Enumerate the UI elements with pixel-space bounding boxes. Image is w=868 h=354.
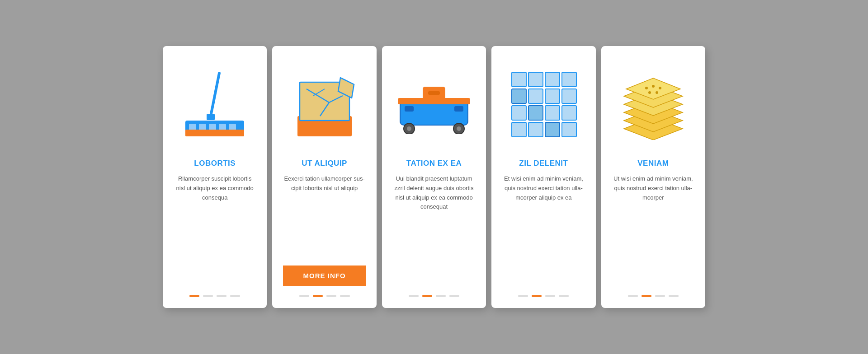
dot-4: [340, 295, 350, 297]
svg-rect-38: [512, 122, 526, 137]
dot-2: [642, 295, 651, 297]
dot-2: [422, 295, 432, 297]
dot-4: [230, 295, 240, 297]
svg-rect-19: [428, 91, 440, 95]
svg-rect-24: [405, 106, 414, 112]
svg-point-50: [659, 87, 661, 89]
svg-rect-32: [545, 89, 560, 103]
card-2-icon-area: [283, 60, 365, 150]
svg-rect-30: [512, 89, 526, 103]
dot-1: [189, 295, 199, 297]
cards-container: LOBORTIS Rllamcorper suscipit lobortis n…: [163, 46, 705, 308]
card-2-title: UT ALIQUIP: [302, 159, 347, 168]
tile-cutter-icon: [396, 75, 472, 134]
svg-rect-33: [562, 89, 576, 103]
dot-2: [313, 295, 323, 297]
dot-2: [203, 295, 213, 297]
card-4-dots: [518, 295, 569, 299]
dot-4: [669, 295, 679, 297]
card-zil-delenit: ZIL DELENIT Et wisi enim ad minim veniam…: [491, 46, 595, 308]
svg-rect-36: [545, 106, 560, 120]
dot-4: [559, 295, 569, 297]
stacked-layers-icon: [617, 70, 689, 140]
svg-rect-27: [528, 72, 543, 87]
svg-point-48: [645, 87, 648, 89]
card-veniam: VENIAM Ut wisi enim ad minim veniam, qui…: [601, 46, 705, 308]
svg-point-21: [407, 126, 411, 131]
card-2-dots: [299, 295, 350, 299]
card-5-icon-area: [612, 60, 694, 150]
svg-rect-25: [454, 106, 463, 112]
svg-rect-41: [562, 122, 576, 137]
svg-rect-34: [512, 106, 526, 120]
svg-line-0: [210, 73, 219, 118]
card-1-title: LOBORTIS: [194, 159, 236, 168]
broken-tile-icon: [288, 69, 361, 141]
dot-3: [326, 295, 336, 297]
svg-rect-28: [545, 72, 560, 87]
svg-point-49: [652, 85, 655, 88]
svg-point-52: [656, 91, 658, 94]
card-2-description: Eexerci tation ullamcorper sus-cipit lob…: [283, 174, 365, 258]
card-5-title: VENIAM: [637, 159, 669, 168]
dot-3: [655, 295, 665, 297]
card-1-description: Rllamcorper suscipit lobortis nisl ut al…: [174, 174, 256, 286]
card-tation-ex-ea: TATION EX EA Uui blandit praesent luptat…: [382, 46, 486, 308]
dot-3: [545, 295, 555, 297]
tile-grid-icon: [509, 70, 577, 140]
svg-rect-29: [562, 72, 576, 87]
dot-3: [217, 295, 226, 297]
svg-point-23: [457, 126, 461, 131]
card-3-description: Uui blandit praesent luptatum zzril dele…: [393, 174, 475, 286]
svg-rect-1: [207, 114, 215, 120]
more-info-button[interactable]: MORE INFO: [283, 266, 365, 286]
card-4-description: Et wisi enim ad minim veniam, quis nostr…: [502, 174, 585, 286]
svg-rect-8: [185, 130, 244, 136]
card-lobortis: LOBORTIS Rllamcorper suscipit lobortis n…: [163, 46, 267, 308]
svg-rect-39: [528, 122, 543, 137]
dot-1: [628, 295, 638, 297]
card-ut-aliquip: UT ALIQUIP Eexerci tation ullamcorper su…: [272, 46, 376, 308]
dot-3: [436, 295, 446, 297]
svg-rect-35: [528, 106, 543, 120]
dot-1: [409, 295, 419, 297]
card-5-description: Ut wisi enim ad minim veniam, quis nostr…: [612, 174, 694, 286]
svg-rect-37: [562, 106, 576, 120]
card-4-icon-area: [502, 60, 585, 150]
card-5-dots: [628, 295, 679, 299]
card-1-icon-area: [174, 60, 256, 150]
svg-point-51: [648, 91, 651, 94]
card-4-title: ZIL DELENIT: [519, 159, 568, 168]
svg-rect-26: [512, 72, 526, 87]
card-3-icon-area: [393, 60, 475, 150]
dot-4: [449, 295, 459, 297]
card-1-dots: [189, 295, 240, 299]
card-3-dots: [409, 295, 459, 299]
dot-2: [532, 295, 542, 297]
svg-rect-31: [528, 89, 543, 103]
dot-1: [518, 295, 528, 297]
mop-icon: [181, 69, 249, 141]
svg-rect-40: [545, 122, 560, 137]
dot-1: [299, 295, 309, 297]
card-3-title: TATION EX EA: [406, 159, 462, 168]
